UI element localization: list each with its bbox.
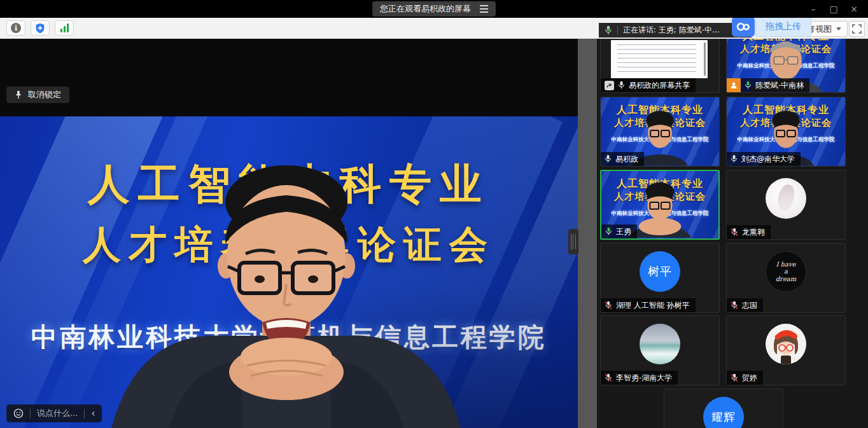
participant-name: 湖理 人工智能 孙树平 [616, 300, 690, 311]
tile-label: 湖理 人工智能 孙树平 [601, 298, 696, 312]
divider [84, 409, 85, 418]
mic-idle-icon [731, 155, 738, 163]
participant-name: 龙熏翱 [742, 227, 765, 238]
speaking-indicator: 正在讲话: 王勇; 陈爱斌-中... [599, 23, 752, 38]
shared-document-thumbnail [611, 40, 708, 78]
participant-name: 刘杰@南华大学 [741, 154, 795, 165]
avatar-initials: 树平 [640, 251, 680, 292]
pin-icon [15, 90, 22, 99]
security-button[interactable] [31, 20, 50, 36]
banner-menu-icon[interactable] [480, 5, 488, 13]
chat-collapse-arrow[interactable]: ‹ [91, 408, 95, 419]
participant-name: 陈爱斌-中南林 [755, 80, 804, 91]
close-button[interactable]: × [844, 0, 864, 18]
tile-participant[interactable]: 人工智能本科专业 人才培养方案论证会 中南林业科技大学计算机与信息工程学院 刘杰… [726, 97, 846, 167]
mic-idle-icon [618, 81, 625, 90]
mic-on-icon [745, 81, 752, 90]
cloud-loop-icon [736, 22, 751, 31]
divider [617, 26, 618, 35]
shield-plus-icon [35, 23, 45, 34]
info-icon: i [11, 23, 21, 33]
weiyun-upload-overlay: 拖拽上传 [732, 17, 811, 37]
cartoon-girl-avatar [766, 324, 806, 364]
tile-participant[interactable]: 人工智能本科专业 人才培养方案论证会 中南林业科技大学计算机与信息工程学院 易积… [600, 97, 720, 167]
participant-name: 易积政 [615, 154, 638, 165]
speaking-indicator-text: 正在讲话: 王勇; 陈爱斌-中... [623, 25, 720, 36]
divider [30, 409, 31, 418]
participant-name: 贺婷 [742, 373, 757, 383]
participant-name: 易积政的屏幕共享 [629, 80, 690, 91]
tile-participant[interactable]: 人工智能本科专业 人才培养方案论证会 中南林业科技大学计算机与信息工程学院 [726, 39, 846, 93]
participant-name: 王勇 [616, 226, 631, 237]
fullscreen-button[interactable] [849, 21, 865, 37]
tile-participant-active-speaker[interactable]: 人工智能本科专业 人才培养方案论证会 中南林业科技大学计算机与信息工程学院 [600, 170, 720, 240]
speaker-person [89, 142, 484, 428]
mic-on-icon [605, 227, 612, 236]
tile-participant[interactable]: 贺婷 [726, 315, 846, 385]
mic-muted-icon [731, 301, 738, 310]
tile-label: 志国 [727, 298, 763, 312]
mic-muted-icon [731, 373, 738, 382]
panel-resize-handle[interactable] [568, 229, 578, 254]
avatar-text-line: dream [776, 275, 797, 283]
tile-participant[interactable]: 树平 湖理 人工智能 孙树平 [600, 243, 720, 313]
maximize-button[interactable]: □ [823, 0, 844, 18]
titlebar: 您正在观看易积政的屏幕 – □ × [0, 0, 868, 18]
mic-muted-icon [605, 301, 612, 310]
sidebar-scrollbar[interactable] [578, 39, 597, 428]
avatar [766, 324, 806, 364]
tile-label: 易积政的屏幕共享 [601, 78, 696, 92]
emoji-icon[interactable] [13, 408, 24, 418]
unpin-button[interactable]: 取消锁定 [6, 86, 69, 103]
tile-label: 龙熏翱 [727, 225, 771, 239]
mic-muted-icon [731, 228, 738, 237]
main-video: 人工智能本科专业 人才培养方案论证会 中南林业科技大学计算机与信息工程学院 [0, 116, 578, 428]
unpin-label: 取消锁定 [28, 89, 61, 100]
tile-participant[interactable]: 耀辉 [664, 389, 783, 428]
screen-share-icon [605, 81, 614, 90]
network-quality-button[interactable] [55, 20, 74, 36]
tile-label: 贺婷 [727, 371, 763, 385]
fullscreen-icon [852, 24, 862, 34]
window-controls: – □ × [803, 0, 864, 18]
tile-label: 易积政 [601, 152, 644, 166]
drag-upload-button[interactable]: 拖拽上传 [755, 17, 811, 37]
tile-label: 李智勇-湖南大学 [601, 371, 678, 385]
avatar [640, 324, 680, 364]
participants-sidebar: 易积政的屏幕共享 人工智能本科专业 人才培养方案论证会 中南林业科技大学计算机与… [597, 39, 868, 428]
avatar: I have a dream [766, 251, 806, 292]
tile-participant[interactable]: 龙熏翱 [726, 170, 846, 240]
tile-participant[interactable]: I have a dream 志国 [726, 243, 846, 313]
weiyun-logo[interactable] [732, 17, 755, 37]
mic-muted-icon [605, 373, 612, 382]
participant-name: 志国 [742, 300, 757, 311]
meeting-window: 您正在观看易积政的屏幕 – □ × i [0, 0, 868, 428]
chat-input[interactable]: 说点什么... [37, 408, 78, 419]
watching-banner[interactable]: 您正在观看易积政的屏幕 [372, 1, 496, 17]
tile-screen-share[interactable]: 易积政的屏幕共享 [600, 39, 720, 93]
avatar [766, 178, 806, 219]
signal-bars-icon [60, 24, 69, 32]
avatar-initials: 耀辉 [703, 397, 744, 428]
meeting-info-button[interactable]: i [6, 20, 25, 36]
mic-idle-icon [605, 155, 612, 163]
avatar-text-line: a [784, 268, 788, 275]
participant-name: 李智勇-湖南大学 [616, 373, 672, 383]
tile-participant[interactable]: 李智勇-湖南大学 [600, 315, 720, 385]
avatar-text-line: I have [776, 261, 795, 268]
chevron-down-icon [836, 27, 841, 31]
chat-bar: 说点什么... ‹ [6, 404, 102, 422]
minimize-button[interactable]: – [803, 0, 823, 18]
tile-label: 刘杰@南华大学 [727, 152, 801, 166]
microphone-icon [605, 25, 612, 36]
tile-label: 王勇 [601, 224, 637, 238]
tile-label: 陈爱斌-中南林 [727, 78, 809, 92]
host-badge-icon [727, 78, 741, 92]
main-stage: 人工智能本科专业 人才培养方案论证会 中南林业科技大学计算机与信息工程学院 [0, 39, 578, 428]
watching-banner-text: 您正在观看易积政的屏幕 [380, 3, 471, 15]
